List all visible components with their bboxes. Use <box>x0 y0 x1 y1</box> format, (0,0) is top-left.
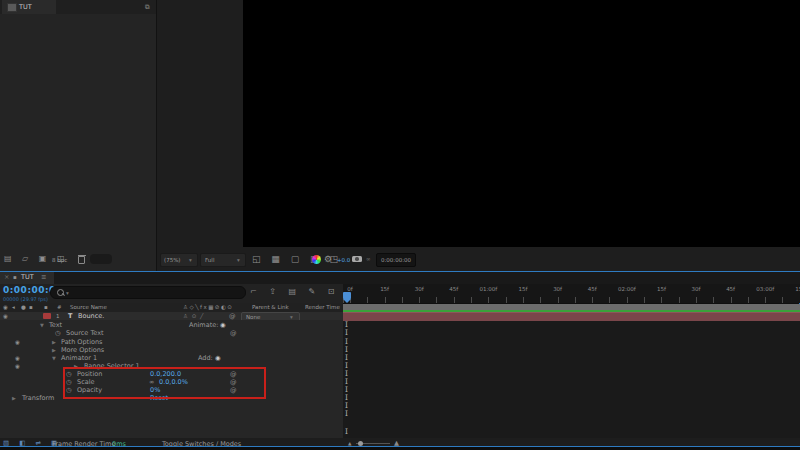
playhead-tip <box>343 299 351 303</box>
layer-duration-bar[interactable] <box>343 312 800 321</box>
ruler-label: 15f <box>795 286 800 292</box>
bit-depth-label[interactable]: 8 bpc <box>52 257 67 263</box>
eye-icon[interactable]: ◉ <box>15 363 20 369</box>
lock-column-icon[interactable]: ▪ <box>29 304 33 310</box>
add-label: Add: <box>198 354 213 362</box>
animate-button-icon[interactable]: ◉ <box>220 321 226 329</box>
panel-divider[interactable] <box>156 0 157 271</box>
audio-column-icon[interactable]: ◂ <box>12 304 15 310</box>
ruler-label: 45f <box>588 286 597 292</box>
twirl-closed-icon[interactable]: ▶ <box>52 339 56 345</box>
comp-icon: ▪ <box>13 274 17 280</box>
text-layer-type-icon: T <box>68 312 72 320</box>
cti-mark: I <box>345 329 348 337</box>
row-path-options[interactable]: ◉ ▶ Path Options <box>0 338 343 346</box>
ruler-label: 45f <box>449 286 458 292</box>
ruler-label: 15f <box>519 286 528 292</box>
group-label[interactable]: Transform <box>22 394 54 402</box>
magnification-dropdown[interactable]: (75%) ▾ <box>160 253 198 267</box>
menu-icon[interactable]: ≡ <box>41 273 46 281</box>
ruler-ticks <box>343 297 800 303</box>
camera-snapshot-icon[interactable] <box>352 256 362 262</box>
composition-viewport[interactable] <box>243 0 800 247</box>
comp-timecode-box[interactable]: 0:00:00:00 <box>376 253 416 267</box>
group-label[interactable]: Animator 1 <box>61 354 97 362</box>
composition-panel <box>156 0 800 271</box>
ruler-label: 01:00f <box>479 286 497 292</box>
number-column-header: # <box>57 304 62 310</box>
layer-name[interactable]: Bounce. <box>78 312 104 320</box>
cti-mark: I <box>345 428 348 436</box>
twirl-closed-icon[interactable]: ▶ <box>12 395 16 401</box>
ruler-label: 30f <box>415 286 424 292</box>
project-scroll-pill[interactable] <box>90 254 112 264</box>
ruler-label: 02:00f <box>618 286 636 292</box>
add-button-icon[interactable]: ◉ <box>215 354 221 362</box>
group-label[interactable]: Text <box>49 321 62 329</box>
project-tab-label[interactable]: TUT <box>19 3 32 11</box>
cti-mark: I <box>345 410 348 418</box>
project-panel: TUT ⧉ ▤ ▱ ▣ ◫ 8 bpc <box>0 0 156 271</box>
parent-pickwhip-icon[interactable]: @ <box>229 312 236 320</box>
parent-link-column-header: Parent & Link <box>252 304 289 310</box>
annotation-highlight-box <box>63 367 266 399</box>
switches-column-icons: ♙◇╲fx▦⊘◐⊙ <box>183 304 233 310</box>
panel-menu-icon[interactable]: ⧉ <box>145 3 150 11</box>
animate-label: Animate: <box>189 321 218 329</box>
source-name-column-header[interactable]: Source Name <box>70 304 107 310</box>
frame-info: 00000 (29.97 fps) <box>3 296 48 302</box>
magnification-value: (75%) <box>164 257 181 263</box>
stopwatch-icon[interactable]: ◷ <box>55 329 61 337</box>
layer-switches-icons[interactable]: ♙ ⊙ ╱ <box>183 313 204 319</box>
chevron-down-icon: ▾ <box>189 257 192 263</box>
twirl-closed-icon[interactable]: ▶ <box>52 347 56 353</box>
layer-label-color-chip[interactable] <box>43 313 51 320</box>
after-effects-window: TUT ⧉ ▤ ▱ ▣ ◫ 8 bpc (75%) ▾ Full ▾ ◱ ▦ ▢… <box>0 0 800 450</box>
resolution-dropdown[interactable]: Full ▾ <box>200 253 246 267</box>
layer-index: 1 <box>56 313 60 319</box>
row-source-text[interactable]: ◷ Source Text @ <box>0 329 343 337</box>
chevron-down-icon: ▾ <box>290 314 293 320</box>
timeline-track-area[interactable] <box>343 320 800 439</box>
ruler-label: 15f <box>380 286 389 292</box>
project-thumbnail-icon <box>7 3 17 12</box>
timeline-view-icons[interactable]: ⌐ ⇪ ▤ ✎ ⊡ <box>250 287 340 296</box>
ruler-label: 15f <box>657 286 666 292</box>
row-more-options[interactable]: ▶ More Options <box>0 346 343 354</box>
eye-icon[interactable]: ◉ <box>15 355 20 361</box>
exposure-value[interactable]: +0.0 <box>337 257 350 263</box>
playhead-handle[interactable] <box>343 292 351 299</box>
render-time-column-header: Render Time <box>305 304 340 310</box>
time-ruler[interactable]: 0f 15f 30f 45f 01:00f 15f 30f 45f 02:00f… <box>343 284 800 303</box>
chevron-down-icon: ▾ <box>237 257 240 263</box>
eye-icon[interactable]: ◉ <box>15 339 20 345</box>
show-snapshot-icon[interactable]: ∞ <box>366 256 371 262</box>
solo-column-icon[interactable]: ● <box>21 304 26 310</box>
column-header-row <box>0 303 343 312</box>
ruler-label: 30f <box>553 286 562 292</box>
color-wheel-icon[interactable] <box>312 255 321 264</box>
resolution-value: Full <box>205 257 214 263</box>
ruler-label: 45f <box>726 286 735 292</box>
comp-timecode-value: 0:00:00:00 <box>381 257 411 263</box>
property-label[interactable]: Source Text <box>66 329 104 337</box>
close-icon[interactable]: × <box>4 273 9 281</box>
twirl-open-icon[interactable]: ▼ <box>52 355 56 361</box>
video-column-icon[interactable]: ◉ <box>3 304 8 310</box>
ruler-label: 03:00f <box>756 286 774 292</box>
group-label[interactable]: More Options <box>61 346 104 354</box>
ruler-label: 30f <box>692 286 701 292</box>
row-text-group[interactable]: ▼ Text Animate: ◉ <box>0 321 343 329</box>
timeline-tab-label[interactable]: TUT <box>21 273 34 281</box>
trash-icon[interactable] <box>78 256 85 264</box>
twirl-open-icon[interactable]: ▼ <box>40 322 44 328</box>
layer-visibility-eye-icon[interactable]: ◉ <box>3 313 8 319</box>
gear-icon[interactable]: ⚙ <box>324 254 332 264</box>
label-column-icon: ▪ <box>44 304 48 310</box>
pickwhip-icon[interactable]: @ <box>230 329 237 337</box>
timeline-tabstrip <box>0 272 800 284</box>
row-animator-1[interactable]: ◉ ▼ Animator 1 Add: ◉ <box>0 354 343 362</box>
group-label[interactable]: Path Options <box>61 338 102 346</box>
chevron-down-icon: ▾ <box>66 290 69 296</box>
search-input[interactable]: ▾ <box>50 286 246 299</box>
